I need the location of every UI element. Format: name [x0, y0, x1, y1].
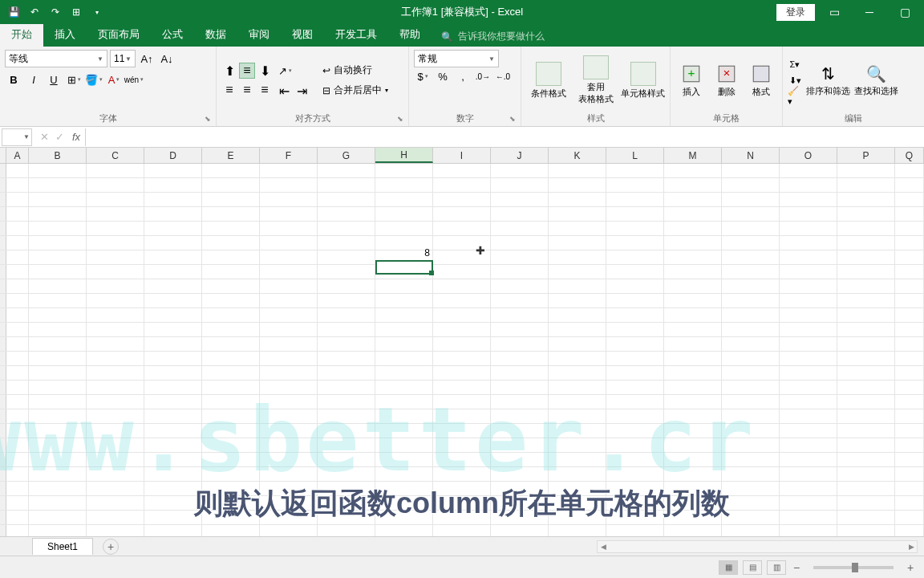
cell[interactable]: [433, 308, 491, 322]
cell[interactable]: [895, 294, 924, 307]
cell[interactable]: [722, 193, 780, 206]
cell[interactable]: [87, 366, 144, 380]
cell[interactable]: [664, 323, 722, 336]
cell[interactable]: [664, 467, 722, 481]
cell[interactable]: [6, 511, 29, 524]
cell[interactable]: [433, 352, 491, 365]
cell[interactable]: [29, 424, 87, 438]
cell[interactable]: [29, 366, 87, 380]
cell[interactable]: [722, 381, 780, 394]
decrease-indent-button[interactable]: ⇤: [276, 83, 292, 99]
cell[interactable]: [29, 294, 87, 307]
cell[interactable]: [491, 308, 549, 322]
scroll-left-button[interactable]: ◀: [598, 543, 609, 551]
cell[interactable]: [144, 193, 202, 206]
cell[interactable]: [895, 222, 924, 235]
cell[interactable]: [87, 438, 144, 452]
cell[interactable]: [433, 482, 491, 495]
cell[interactable]: [202, 279, 260, 293]
cell[interactable]: [433, 438, 491, 452]
cell[interactable]: [87, 337, 144, 351]
cell[interactable]: [318, 424, 375, 438]
cell[interactable]: [549, 294, 606, 307]
cell[interactable]: [87, 265, 144, 279]
bold-button[interactable]: B: [5, 71, 22, 88]
cell[interactable]: [29, 308, 87, 322]
cell[interactable]: [606, 424, 664, 438]
cell[interactable]: [895, 453, 924, 466]
cell[interactable]: [664, 207, 722, 221]
cell[interactable]: [491, 323, 549, 336]
cell[interactable]: [318, 207, 375, 221]
cell[interactable]: [606, 453, 664, 466]
row-header[interactable]: [0, 222, 6, 235]
cell[interactable]: [29, 381, 87, 394]
cell[interactable]: [375, 207, 433, 221]
cell[interactable]: [375, 178, 433, 192]
cell[interactable]: [260, 164, 318, 177]
row-header[interactable]: [0, 453, 6, 466]
cell[interactable]: [6, 467, 29, 481]
cell[interactable]: [29, 250, 87, 264]
cell[interactable]: [318, 193, 375, 206]
cell[interactable]: [87, 496, 144, 510]
cell[interactable]: [375, 511, 433, 524]
cell[interactable]: [202, 207, 260, 221]
cell[interactable]: [375, 467, 433, 481]
save-icon[interactable]: 💾: [6, 5, 21, 19]
cell[interactable]: [722, 511, 780, 524]
cell[interactable]: [318, 222, 375, 235]
cell[interactable]: [837, 265, 895, 279]
align-middle-button[interactable]: ≡: [239, 63, 255, 79]
cell[interactable]: [780, 482, 837, 495]
cell[interactable]: [664, 222, 722, 235]
cell[interactable]: [837, 279, 895, 293]
cell[interactable]: [318, 438, 375, 452]
cell[interactable]: [491, 438, 549, 452]
tab-formulas[interactable]: 公式: [151, 22, 194, 47]
cell[interactable]: [491, 381, 549, 394]
cell[interactable]: [837, 250, 895, 264]
row-header[interactable]: [0, 366, 6, 380]
find-select-button[interactable]: 🔍 查找和选择: [853, 64, 898, 97]
cell[interactable]: [606, 511, 664, 524]
cell[interactable]: [664, 352, 722, 365]
row-header[interactable]: [0, 482, 6, 495]
cell[interactable]: [491, 236, 549, 250]
format-cells-button[interactable]: 格式: [745, 63, 777, 98]
column-header-P[interactable]: P: [837, 148, 895, 163]
cell[interactable]: [837, 193, 895, 206]
cell[interactable]: [260, 337, 318, 351]
cell[interactable]: [87, 323, 144, 336]
font-color-button[interactable]: A: [105, 71, 123, 88]
cell[interactable]: [87, 294, 144, 307]
orientation-button[interactable]: ↗: [276, 62, 294, 79]
cell[interactable]: [491, 178, 549, 192]
cell[interactable]: [144, 164, 202, 177]
cell[interactable]: [780, 352, 837, 365]
cell[interactable]: [318, 236, 375, 250]
align-left-button[interactable]: ≡: [221, 82, 237, 98]
cell[interactable]: [433, 395, 491, 409]
cell[interactable]: [260, 482, 318, 495]
cell[interactable]: [144, 265, 202, 279]
cell[interactable]: [780, 409, 837, 423]
cell[interactable]: [606, 207, 664, 221]
cell[interactable]: [6, 352, 29, 365]
cell[interactable]: [664, 236, 722, 250]
tab-data[interactable]: 数据: [194, 22, 237, 47]
cell-styles-button[interactable]: 单元格样式: [621, 62, 665, 100]
cell[interactable]: [375, 424, 433, 438]
row-header[interactable]: [0, 424, 6, 438]
cell[interactable]: [722, 337, 780, 351]
cell[interactable]: [6, 164, 29, 177]
align-center-button[interactable]: ≡: [239, 82, 255, 98]
cell[interactable]: [549, 250, 606, 264]
select-all-corner[interactable]: [0, 148, 6, 163]
cell[interactable]: [895, 207, 924, 221]
cell[interactable]: [722, 178, 780, 192]
cell[interactable]: [606, 250, 664, 264]
minimize-button[interactable]: ─: [853, 1, 886, 23]
cell[interactable]: [606, 395, 664, 409]
align-top-button[interactable]: ⬆: [221, 63, 237, 79]
